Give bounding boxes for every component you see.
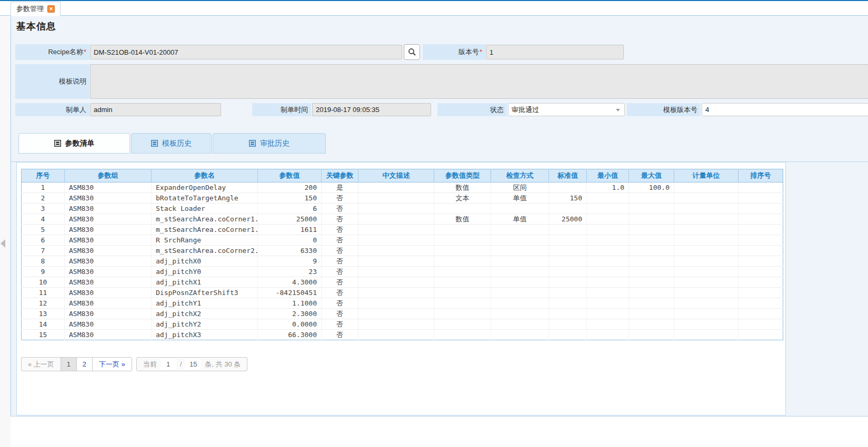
- template-desc-label: 模板说明: [15, 64, 89, 99]
- table-cell: [549, 330, 587, 340]
- table-cell: [674, 277, 739, 288]
- status-select[interactable]: 审批通过: [508, 103, 625, 116]
- table-row[interactable]: 2ASM830bRotateToTargetAngle150否文本单值150: [22, 193, 783, 204]
- search-button[interactable]: [404, 44, 420, 60]
- table-row[interactable]: 10ASM830adj_pitchX14.3000否: [22, 277, 783, 288]
- tab-approval-history[interactable]: 审批历史: [213, 133, 326, 154]
- table-cell: ASM830: [65, 288, 152, 298]
- creator-input[interactable]: [90, 103, 221, 116]
- table-cell: [587, 235, 629, 246]
- column-header: 参数值: [258, 169, 322, 182]
- column-header: 参数名: [152, 169, 258, 182]
- table-cell: 25000: [258, 214, 322, 225]
- list-icon: [151, 140, 158, 147]
- status-label: 状态: [437, 103, 507, 116]
- create-time-input[interactable]: [312, 103, 431, 116]
- table-cell: [434, 277, 491, 288]
- table-cell: [629, 193, 674, 204]
- tab-template-history[interactable]: 模板历史: [131, 133, 212, 154]
- table-row[interactable]: 4ASM830m_stSearchArea.coCorner1.x25000否数…: [22, 214, 783, 225]
- close-icon[interactable]: ✕: [47, 5, 55, 13]
- page-button-1[interactable]: 1: [61, 357, 77, 371]
- page-button-2[interactable]: 2: [76, 357, 93, 371]
- tab-label: 模板历史: [162, 139, 192, 148]
- table-row[interactable]: 3ASM830Stack Loader6否: [22, 204, 783, 214]
- table-row[interactable]: 6ASM830R SrchRange0否: [22, 235, 783, 246]
- tab-label: 参数清单: [65, 139, 95, 148]
- table-row[interactable]: 7ASM830m_stSearchArea.coCorner2.x6330否: [22, 246, 783, 256]
- table-cell: [491, 277, 549, 288]
- table-cell: 否: [322, 246, 358, 256]
- section-title: 基本信息: [16, 20, 56, 33]
- window-tab-label: 参数管理: [16, 4, 44, 14]
- table-cell: [629, 246, 674, 256]
- collapse-left-icon[interactable]: [1, 239, 5, 248]
- template-desc-textarea[interactable]: [90, 64, 868, 99]
- table-cell: adj_pitchX0: [152, 256, 258, 267]
- table-cell: [549, 256, 587, 267]
- table-cell: [629, 204, 674, 214]
- table-cell: 0.0000: [258, 319, 322, 330]
- table-cell: 是: [322, 182, 358, 193]
- table-cell: [434, 225, 491, 235]
- table-cell: 13: [22, 309, 65, 319]
- table-cell: 否: [322, 319, 358, 330]
- column-header: 参数值类型: [434, 169, 491, 182]
- table-cell: 否: [322, 193, 358, 204]
- window-tab-parameter-management[interactable]: 参数管理 ✕: [11, 2, 61, 16]
- table-cell: 6330: [258, 246, 322, 256]
- table-row[interactable]: 1ASM830ExpanderOpenDelay200是数值区间1.0100.0: [22, 182, 783, 193]
- table-cell: 100.0: [629, 182, 674, 193]
- table-cell: 否: [322, 214, 358, 225]
- table-cell: [434, 235, 491, 246]
- table-row[interactable]: 5ASM830m_stSearchArea.coCorner1.y1611否: [22, 225, 783, 235]
- table-row[interactable]: 9ASM830adj_pitchY023否: [22, 267, 783, 277]
- current-page-input[interactable]: [161, 359, 176, 370]
- table-cell: [358, 267, 434, 277]
- table-cell: [358, 204, 434, 214]
- table-cell: [587, 214, 629, 225]
- table-cell: [629, 225, 674, 235]
- table-cell: 否: [322, 298, 358, 309]
- next-page-button[interactable]: 下一页 »: [92, 357, 132, 371]
- chevron-down-icon: [616, 109, 620, 111]
- table-row[interactable]: 12ASM830adj_pitchY11.1000否: [22, 298, 783, 309]
- table-cell: 23: [258, 267, 322, 277]
- tab-parameter-list[interactable]: 参数清单: [18, 133, 130, 154]
- template-version-input[interactable]: [702, 103, 868, 116]
- table-cell: 8: [22, 256, 65, 267]
- table-cell: adj_pitchX3: [152, 330, 258, 340]
- table-cell: 10: [22, 277, 65, 288]
- table-cell: m_stSearchArea.coCorner1.y: [152, 225, 258, 235]
- table-row[interactable]: 8ASM830adj_pitchX09否: [22, 256, 783, 267]
- required-mark: *: [84, 48, 86, 56]
- recipe-name-input[interactable]: [90, 45, 402, 59]
- table-row[interactable]: 14ASM830adj_pitchY20.0000否: [22, 319, 783, 330]
- table-header: 序号参数组参数名参数值关键参数中文描述参数值类型检查方式标准值最小值最大值计量单…: [22, 169, 783, 182]
- column-header: 参数组: [65, 169, 152, 182]
- table-cell: R SrchRange: [152, 235, 258, 246]
- table-cell: m_stSearchArea.coCorner2.x: [152, 246, 258, 256]
- main-panel: 基本信息 Recipe名称* 版本号* 模板说明 制单人 制单时间 状态 审批通…: [11, 16, 868, 416]
- table-cell: [491, 298, 549, 309]
- column-header: 检查方式: [491, 169, 549, 182]
- table-cell: [739, 288, 783, 298]
- table-cell: [739, 298, 783, 309]
- table-row[interactable]: 13ASM830adj_pitchX22.3000否: [22, 309, 783, 319]
- pagination-buttons: « 上一页 1 2 下一页 »: [21, 357, 132, 371]
- table-cell: [358, 277, 434, 288]
- table-row[interactable]: 11ASM830DispPosnZAfterShift3-842150451否: [22, 288, 783, 298]
- table-row[interactable]: 15ASM830adj_pitchX366.3000否: [22, 330, 783, 340]
- table-cell: [434, 309, 491, 319]
- pagination: « 上一页 1 2 下一页 » 当前 / 条, 共 30 条: [21, 357, 247, 371]
- table-cell: [358, 319, 434, 330]
- pagination-info: 当前 / 条, 共 30 条: [136, 357, 248, 371]
- table-cell: adj_pitchY2: [152, 319, 258, 330]
- table-cell: ASM830: [65, 246, 152, 256]
- table-cell: [674, 204, 739, 214]
- table-cell: [674, 319, 739, 330]
- table-cell: [739, 309, 783, 319]
- version-input[interactable]: [486, 45, 624, 59]
- page-size-input[interactable]: [185, 359, 201, 370]
- prev-page-button[interactable]: « 上一页: [21, 357, 61, 371]
